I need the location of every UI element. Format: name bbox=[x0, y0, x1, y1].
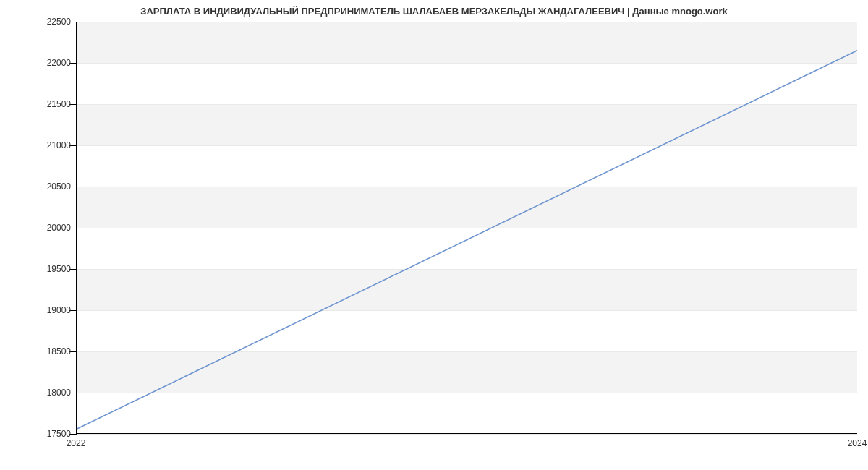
y-tick-label: 22500 bbox=[47, 17, 71, 27]
y-tick-label: 19000 bbox=[47, 305, 71, 315]
y-tick-label: 18000 bbox=[47, 388, 71, 398]
series-line bbox=[77, 51, 857, 429]
y-tick-label: 20000 bbox=[47, 223, 71, 233]
y-tick-label: 17500 bbox=[47, 429, 71, 439]
chart-svg bbox=[77, 22, 857, 433]
x-tick-label: 2022 bbox=[67, 438, 86, 448]
y-tick-label: 21000 bbox=[47, 140, 71, 150]
y-gridline bbox=[77, 434, 857, 435]
chart-container: ЗАРПЛАТА В ИНДИВИДУАЛЬНЫЙ ПРЕДПРИНИМАТЕЛ… bbox=[0, 0, 868, 470]
y-tick-label: 19500 bbox=[47, 264, 71, 274]
y-tick-label: 21500 bbox=[47, 99, 71, 109]
y-tick-label: 18500 bbox=[47, 346, 71, 356]
y-tick-label: 22000 bbox=[47, 58, 71, 68]
y-tick-label: 20500 bbox=[47, 181, 71, 192]
plot-area bbox=[76, 22, 857, 434]
x-tick-label: 2024 bbox=[848, 438, 867, 448]
chart-title: ЗАРПЛАТА В ИНДИВИДУАЛЬНЫЙ ПРЕДПРИНИМАТЕЛ… bbox=[0, 6, 868, 17]
